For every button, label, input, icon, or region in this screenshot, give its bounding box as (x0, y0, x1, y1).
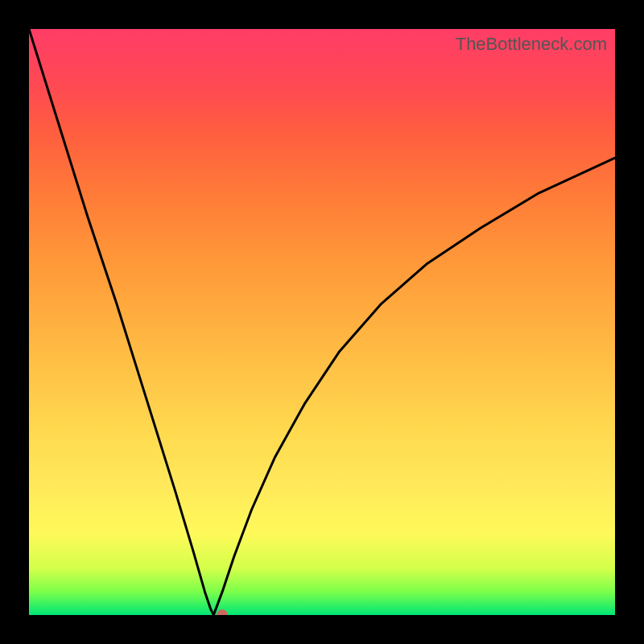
figure-root: TheBottleneck.com (0, 0, 644, 644)
bottleneck-curve (29, 29, 615, 615)
plot-area: TheBottleneck.com (29, 29, 615, 615)
curve-layer (29, 29, 615, 615)
minimum-marker (217, 609, 228, 615)
